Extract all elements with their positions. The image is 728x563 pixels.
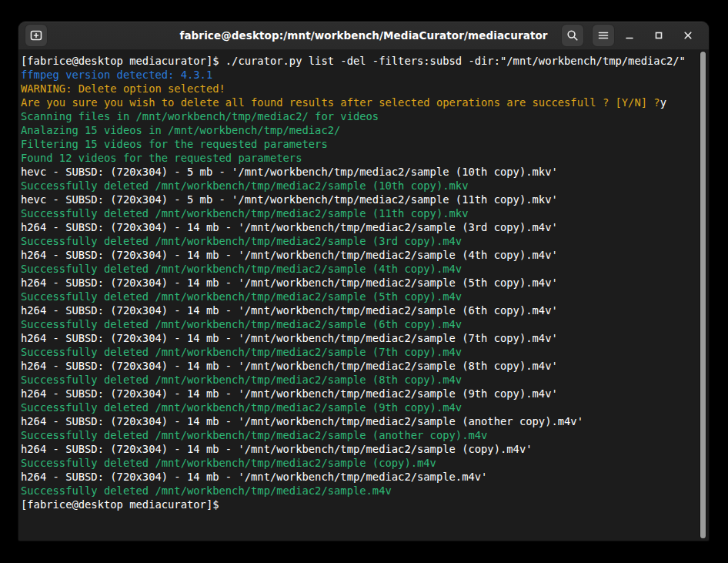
terminal-line: Successfully deleted /mnt/workbench/tmp/… — [21, 317, 693, 331]
terminal-text-segment: h264 - SUBSD: (720x304) - 14 mb - '/mnt/… — [21, 443, 533, 455]
scrollbar[interactable] — [699, 50, 709, 541]
new-tab-button[interactable] — [25, 24, 48, 47]
terminal-line: Scanning files in /mnt/workbench/tmp/med… — [21, 109, 693, 123]
terminal-line: Successfully deleted /mnt/workbench/tmp/… — [21, 290, 693, 303]
terminal-text-segment: Analazing 15 videos in /mnt/workbench/tm… — [21, 124, 340, 136]
minimize-button[interactable] — [615, 24, 644, 47]
terminal-line: hevc - SUBSD: (720x304) - 5 mb - '/mnt/w… — [21, 165, 693, 179]
titlebar[interactable]: fabrice@desktop:/mnt/workbench/MediaCura… — [18, 22, 709, 50]
terminal-line: WARNING: Delete option selected! — [21, 82, 693, 96]
terminal-line: Successfully deleted /mnt/workbench/tmp/… — [21, 484, 693, 498]
terminal-text-segment: Successfully deleted /mnt/workbench/tmp/… — [21, 263, 462, 275]
terminal-text-segment: h264 - SUBSD: (720x304) - 14 mb - '/mnt/… — [21, 221, 558, 233]
terminal-text-segment: h264 - SUBSD: (720x304) - 14 mb - '/mnt/… — [21, 387, 558, 400]
terminal-text-segment: Are you sure you wish to delete all foun… — [21, 96, 660, 109]
terminal-line: ffmpeg version detected: 4.3.1 — [21, 68, 693, 82]
terminal-line: Are you sure you wish to delete all foun… — [21, 96, 693, 109]
terminal-text-segment: h264 - SUBSD: (720x304) - 14 mb - '/mnt/… — [21, 360, 558, 372]
terminal-line: h264 - SUBSD: (720x304) - 14 mb - '/mnt/… — [21, 359, 693, 373]
scrollbar-thumb[interactable] — [700, 52, 706, 538]
search-button[interactable] — [561, 24, 584, 47]
terminal-text-segment: Successfully deleted /mnt/workbench/tmp/… — [21, 290, 462, 303]
terminal-line: h264 - SUBSD: (720x304) - 14 mb - '/mnt/… — [21, 414, 693, 428]
terminal-line: Successfully deleted /mnt/workbench/tmp/… — [21, 456, 693, 470]
terminal-line: [fabrice@desktop mediacurator]$ — [21, 498, 693, 511]
terminal-line: Successfully deleted /mnt/workbench/tmp/… — [21, 345, 693, 359]
terminal-text-segment: Scanning files in /mnt/workbench/tmp/med… — [21, 110, 379, 122]
terminal-line: h264 - SUBSD: (720x304) - 14 mb - '/mnt/… — [21, 387, 693, 400]
terminal-line: Successfully deleted /mnt/workbench/tmp/… — [21, 400, 693, 414]
terminal-text-segment: h264 - SUBSD: (720x304) - 14 mb - '/mnt/… — [21, 471, 487, 483]
terminal-text-segment: h264 - SUBSD: (720x304) - 14 mb - '/mnt/… — [21, 332, 558, 344]
new-tab-icon — [30, 29, 42, 42]
terminal-text-segment: h264 - SUBSD: (720x304) - 14 mb - '/mnt/… — [21, 249, 558, 261]
terminal-line: hevc - SUBSD: (720x304) - 5 mb - '/mnt/w… — [21, 193, 693, 206]
terminal-screen[interactable]: [fabrice@desktop mediacurator]$ ./curato… — [18, 50, 709, 541]
terminal-line: [fabrice@desktop mediacurator]$ ./curato… — [21, 54, 693, 68]
close-icon — [682, 29, 694, 42]
terminal-line: h264 - SUBSD: (720x304) - 14 mb - '/mnt/… — [21, 220, 693, 234]
terminal-text-segment: ffmpeg version detected: 4.3.1 — [21, 69, 212, 81]
maximize-button[interactable] — [644, 24, 673, 47]
terminal-text-segment: Filtering 15 videos for the requested pa… — [21, 138, 328, 150]
window-title: fabrice@desktop:/mnt/workbench/MediaCura… — [179, 29, 547, 42]
terminal-text-segment: [fabrice@desktop mediacurator]$ — [21, 498, 225, 511]
terminal-line: h264 - SUBSD: (720x304) - 14 mb - '/mnt/… — [21, 248, 693, 262]
titlebar-controls — [553, 24, 703, 47]
terminal-line: Analazing 15 videos in /mnt/workbench/tm… — [21, 123, 693, 137]
terminal-text-segment: hevc - SUBSD: (720x304) - 5 mb - '/mnt/w… — [21, 166, 558, 178]
terminal-text-segment: Successfully deleted /mnt/workbench/tmp/… — [21, 429, 487, 441]
terminal-line: Successfully deleted /mnt/workbench/tmp/… — [21, 206, 693, 220]
terminal-text-segment: WARNING: Delete option selected! — [21, 82, 225, 95]
terminal-text-segment: Successfully deleted /mnt/workbench/tmp/… — [21, 207, 468, 220]
terminal-text-segment: y — [660, 96, 666, 109]
terminal-window: fabrice@desktop:/mnt/workbench/MediaCura… — [18, 22, 709, 541]
terminal-text-segment: Successfully deleted /mnt/workbench/tmp/… — [21, 484, 392, 497]
terminal-line: h264 - SUBSD: (720x304) - 14 mb - '/mnt/… — [21, 303, 693, 317]
terminal-line: Successfully deleted /mnt/workbench/tmp/… — [21, 373, 693, 387]
terminal-text-segment: Successfully deleted /mnt/workbench/tmp/… — [21, 318, 462, 330]
hamburger-menu-icon — [597, 29, 609, 42]
terminal-line: h264 - SUBSD: (720x304) - 14 mb - '/mnt/… — [21, 331, 693, 345]
desktop-background: fabrice@desktop:/mnt/workbench/MediaCura… — [0, 0, 728, 563]
terminal-text-segment: [fabrice@desktop mediacurator]$ ./curato… — [21, 55, 686, 67]
terminal-line: Successfully deleted /mnt/workbench/tmp/… — [21, 262, 693, 276]
terminal-text-segment: Successfully deleted /mnt/workbench/tmp/… — [21, 346, 462, 358]
maximize-icon — [653, 29, 665, 42]
terminal-line: Found 12 videos for the requested parame… — [21, 151, 693, 165]
terminal-text-segment: Successfully deleted /mnt/workbench/tmp/… — [21, 457, 436, 469]
terminal-text-segment: Successfully deleted /mnt/workbench/tmp/… — [21, 235, 462, 247]
terminal-text-segment: h264 - SUBSD: (720x304) - 14 mb - '/mnt/… — [21, 276, 558, 289]
terminal-text-segment: Successfully deleted /mnt/workbench/tmp/… — [21, 179, 468, 192]
terminal-line: Successfully deleted /mnt/workbench/tmp/… — [21, 179, 693, 193]
close-button[interactable] — [673, 24, 703, 47]
minimize-icon — [623, 29, 636, 42]
terminal-line: Successfully deleted /mnt/workbench/tmp/… — [21, 234, 693, 248]
terminal-text-segment: hevc - SUBSD: (720x304) - 5 mb - '/mnt/w… — [21, 193, 558, 206]
terminal-text-segment: Successfully deleted /mnt/workbench/tmp/… — [21, 374, 462, 386]
menu-button[interactable] — [592, 24, 615, 47]
terminal-line: h264 - SUBSD: (720x304) - 14 mb - '/mnt/… — [21, 470, 693, 484]
terminal-line: h264 - SUBSD: (720x304) - 14 mb - '/mnt/… — [21, 442, 693, 456]
search-icon — [566, 29, 579, 42]
terminal-line: h264 - SUBSD: (720x304) - 14 mb - '/mnt/… — [21, 276, 693, 290]
terminal-text-segment: h264 - SUBSD: (720x304) - 14 mb - '/mnt/… — [21, 415, 583, 427]
terminal-line: Filtering 15 videos for the requested pa… — [21, 137, 693, 151]
terminal-text-segment: Successfully deleted /mnt/workbench/tmp/… — [21, 401, 462, 414]
terminal-text-segment: h264 - SUBSD: (720x304) - 14 mb - '/mnt/… — [21, 304, 558, 317]
terminal-line: Successfully deleted /mnt/workbench/tmp/… — [21, 428, 693, 442]
terminal-output: [fabrice@desktop mediacurator]$ ./curato… — [18, 50, 709, 511]
terminal-text-segment: Found 12 videos for the requested parame… — [21, 152, 302, 164]
